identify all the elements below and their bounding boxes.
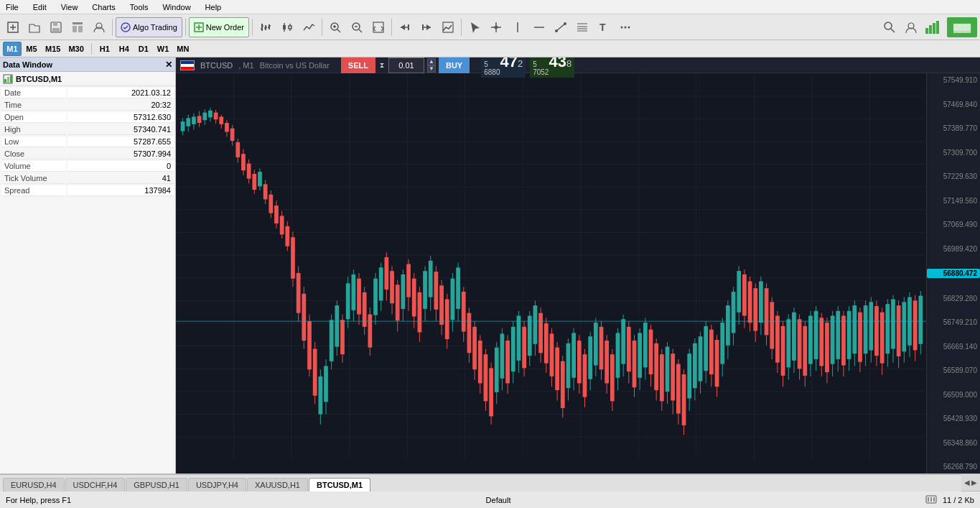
svg-rect-127 [241, 154, 246, 170]
user-button[interactable] [901, 17, 921, 37]
svg-rect-337 [819, 318, 823, 366]
line-chart-button[interactable] [299, 17, 319, 37]
dw-row-3: High57340.741 [1, 124, 174, 135]
svg-rect-235 [538, 313, 543, 354]
candlestick-button[interactable] [277, 17, 297, 37]
svg-marker-41 [426, 24, 431, 30]
tf-m15[interactable]: M15 [42, 42, 64, 56]
lot-size-input[interactable] [388, 57, 424, 73]
tab-scroll-left[interactable]: ◀ [964, 479, 970, 486]
chart-canvas-container[interactable]: 57549.910 57469.840 57389.770 57309.700 … [176, 73, 980, 474]
data-window-close[interactable]: ✕ [165, 60, 172, 70]
tab-usdchf-h4[interactable]: USDCHF,H4 [65, 478, 126, 491]
auto-scroll-button[interactable] [438, 17, 458, 37]
svg-rect-343 [836, 311, 840, 359]
lot-decrease[interactable]: ▼ [427, 65, 436, 73]
buy-button[interactable]: BUY [439, 57, 470, 73]
new-order-button[interactable]: New Order [189, 17, 249, 37]
tab-usdjpy-h4[interactable]: USDJPY,H4 [188, 478, 246, 491]
text-button[interactable]: T [594, 17, 614, 37]
svg-rect-107 [186, 118, 190, 126]
scroll-left-button[interactable] [395, 17, 415, 37]
tf-h4[interactable]: H4 [115, 42, 134, 56]
chart-canvas[interactable]: 57549.910 57469.840 57389.770 57309.700 … [176, 73, 980, 474]
tab-gbpusd-h1[interactable]: GBPUSD,H1 [126, 478, 187, 491]
menu-tools[interactable]: Tools [127, 3, 151, 11]
svg-rect-289 [687, 354, 691, 398]
svg-rect-307 [737, 271, 741, 313]
svg-rect-249 [577, 341, 582, 383]
fibonacci-button[interactable] [572, 17, 592, 37]
dw-row-2: Open57312.630 [1, 112, 174, 123]
tf-m1[interactable]: M1 [3, 42, 22, 56]
svg-rect-335 [814, 311, 818, 359]
tab-scroll-right[interactable]: ▶ [971, 479, 977, 486]
search-button[interactable] [879, 17, 900, 37]
chart-description: Bitcoin vs US Dollar [260, 61, 330, 70]
svg-rect-275 [649, 330, 653, 374]
sell-dropdown-arrow[interactable] [378, 58, 386, 73]
horizontal-line-button[interactable] [529, 17, 549, 37]
menu-help[interactable]: Help [202, 3, 225, 11]
help-text: For Help, press F1 [6, 496, 71, 504]
svg-rect-325 [786, 319, 790, 367]
cursor-button[interactable] [465, 17, 485, 37]
bar-chart-button[interactable] [256, 17, 276, 37]
dw-label: Date [1, 88, 66, 98]
open-button[interactable] [24, 17, 45, 37]
svg-rect-285 [676, 364, 681, 414]
dw-label: Time [1, 100, 66, 111]
svg-rect-169 [357, 279, 361, 315]
svg-rect-151 [307, 321, 312, 369]
profiles-button[interactable] [89, 17, 109, 37]
zoom-in-button[interactable] [325, 17, 345, 37]
svg-marker-74 [380, 63, 384, 65]
svg-rect-141 [280, 216, 284, 234]
price-label-10: 56669.140 [927, 343, 980, 351]
algo-trading-button[interactable]: Algo Trading [116, 17, 182, 37]
tf-m30[interactable]: M30 [65, 42, 87, 56]
svg-rect-125 [235, 142, 240, 157]
menu-window[interactable]: Window [159, 3, 193, 11]
crosshair-button[interactable] [486, 17, 506, 37]
lot-increase[interactable]: ▲ [427, 58, 436, 65]
templates-button[interactable] [67, 17, 88, 37]
save-button[interactable] [46, 17, 66, 37]
tf-mn[interactable]: MN [173, 42, 192, 56]
svg-rect-147 [297, 273, 301, 313]
svg-rect-277 [654, 343, 658, 390]
sell-price-main: 47 [500, 57, 517, 70]
new-chart-button[interactable] [3, 17, 23, 37]
price-label-0: 57549.910 [927, 76, 980, 84]
menu-file[interactable]: File [3, 3, 22, 11]
svg-rect-7 [73, 26, 77, 32]
zoom-out-button[interactable] [347, 17, 367, 37]
more-tools-button[interactable] [615, 17, 635, 37]
fit-chart-button[interactable] [368, 17, 388, 37]
chart-symbol: BTCUSD [200, 61, 233, 70]
dw-row-8: Spread137984 [1, 185, 174, 196]
data-window-panel: Data Window ✕ BTCUSD,M1 Date2021.03.12Ti… [0, 57, 176, 474]
candlestick-chart[interactable] [176, 73, 926, 459]
tab-xauusd-h1[interactable]: XAUUSD,H1 [247, 478, 308, 491]
tab-scroll: ◀ ▶ [961, 474, 980, 491]
svg-rect-26 [289, 26, 291, 29]
menu-view[interactable]: View [58, 3, 81, 11]
tf-w1[interactable]: W1 [154, 42, 173, 56]
sell-button[interactable]: SELL [341, 57, 375, 73]
algo-trading-label: Algo Trading [133, 23, 177, 32]
menu-edit[interactable]: Edit [30, 3, 50, 11]
svg-rect-6 [73, 22, 83, 24]
menu-charts[interactable]: Charts [89, 3, 118, 11]
connection-button[interactable] [923, 17, 946, 37]
trend-line-button[interactable] [551, 17, 571, 37]
svg-rect-359 [880, 313, 885, 364]
scroll-right-button[interactable] [416, 17, 437, 37]
tf-h1[interactable]: H1 [95, 42, 114, 56]
tab-btcusd-m1[interactable]: BTCUSD,M1 [309, 478, 370, 491]
vertical-line-button[interactable] [508, 17, 528, 37]
tab-eurusd-h4[interactable]: EURUSD,H4 [3, 478, 65, 491]
tf-d1[interactable]: D1 [134, 42, 153, 56]
tf-m5[interactable]: M5 [22, 42, 41, 56]
dw-row-7: Tick Volume41 [1, 173, 174, 184]
